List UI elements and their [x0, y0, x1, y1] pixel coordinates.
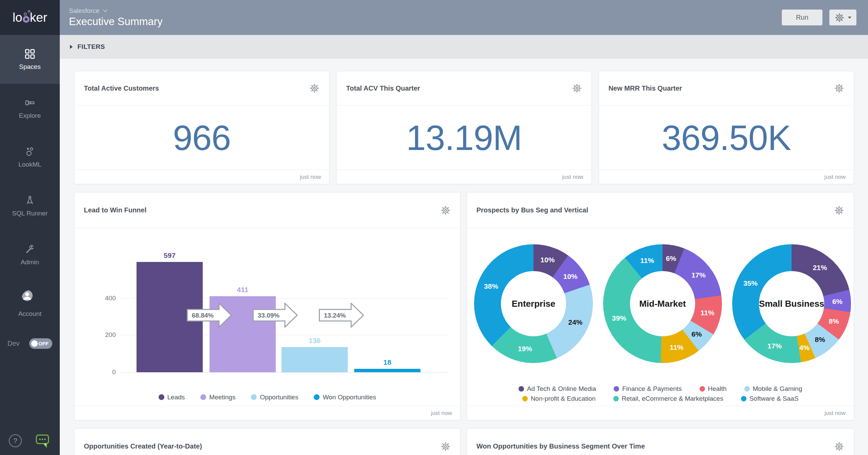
conversion-arrow: 33.09%: [253, 303, 298, 328]
bar-value-label: 136: [309, 337, 321, 345]
bar-value-label: 18: [383, 358, 391, 366]
legend-dot: [251, 394, 257, 400]
gear-icon[interactable]: [834, 441, 844, 452]
funnel-legend-item[interactable]: Leads: [159, 394, 185, 401]
legend-label: Leads: [167, 394, 185, 401]
filters-label: FILTERS: [77, 43, 105, 51]
gear-icon[interactable]: [309, 83, 320, 93]
legend-label: Non-profit & Education: [531, 395, 596, 402]
sidebar-item-explore[interactable]: Explore: [0, 84, 60, 133]
opportunities-created-panel: Opportunities Created (Year-to-Date): [74, 428, 460, 455]
y-axis-tick: 0: [74, 368, 116, 376]
bar-value-label: 597: [164, 251, 176, 260]
help-icon[interactable]: ?: [9, 434, 22, 447]
molecule-icon: [24, 146, 35, 157]
legend-dot: [159, 394, 164, 400]
legend-label: Opportunities: [260, 394, 298, 401]
kpi-total-acv: Total ACV This Quarter 13.19M just now: [336, 71, 592, 184]
legend-label: Health: [708, 385, 727, 393]
kpi-title: Total ACV This Quarter: [346, 84, 420, 92]
sidebar-item-admin[interactable]: Admin: [0, 230, 60, 279]
donut-small-business: Small Business 21%6%8%8%4%17%35%: [732, 244, 851, 363]
legend-dot: [744, 386, 750, 392]
legend-dot: [700, 386, 705, 392]
sidebar-item-label: Admin: [21, 259, 39, 266]
funnel-legend-item[interactable]: Won Opportunities: [314, 394, 376, 401]
prospects-legend-item[interactable]: Mobile & Gaming: [744, 385, 802, 393]
updated-timestamp: just now: [825, 410, 846, 417]
looker-logo[interactable]: loker: [0, 0, 60, 35]
topbar: Salesforce Executive Summary Run: [60, 0, 868, 35]
sidebar-item-spaces[interactable]: Spaces: [0, 35, 60, 84]
kpi-title: New MRR This Quarter: [609, 84, 682, 92]
breadcrumb[interactable]: Salesforce: [69, 7, 163, 15]
gear-icon[interactable]: [834, 83, 844, 93]
kpi-value: 369.50K: [662, 118, 791, 158]
prospects-legend-item[interactable]: Software & SaaS: [741, 395, 799, 402]
legend-label: Won Opportunities: [323, 394, 376, 401]
prospects-legend-item[interactable]: Health: [700, 385, 727, 393]
funnel-column-meetings: 411: [210, 286, 276, 372]
won-opportunities-panel: Won Opportunities by Business Segment Ov…: [467, 428, 854, 455]
logo-text-left: lo: [13, 11, 22, 25]
sidebar-item-account[interactable]: Account: [0, 279, 60, 328]
dev-mode-row: Dev OFF: [0, 338, 60, 349]
legend-label: Retail, eCommerce & Marketplaces: [622, 395, 723, 402]
legend-dot: [613, 396, 619, 401]
kpi-total-active-customers: Total Active Customers 966 just now: [74, 71, 329, 184]
sidebar-item-sql-runner[interactable]: SQL Runner: [0, 182, 60, 230]
conversion-arrow: 68.84%: [187, 303, 232, 328]
toggle-state: OFF: [38, 341, 49, 346]
gear-icon[interactable]: [834, 205, 844, 215]
gear-icon[interactable]: [440, 205, 451, 215]
breadcrumb-label: Salesforce: [69, 7, 100, 15]
prospects-legend: Ad Tech & Online Media Finance & Payment…: [467, 385, 854, 402]
updated-timestamp: just now: [562, 174, 583, 181]
sidebar-item-label: Account: [18, 310, 42, 318]
conversion-label: 13.24%: [324, 312, 346, 319]
prospects-legend-item[interactable]: Non-profit & Education: [522, 395, 596, 402]
legend-label: Finance & Payments: [622, 385, 682, 393]
legend-label: Mobile & Gaming: [753, 385, 802, 393]
funnel-legend-item[interactable]: Meetings: [200, 394, 235, 401]
legend-dot: [200, 394, 206, 400]
dashboard-settings-button[interactable]: [829, 10, 856, 25]
sidebar-item-lookml[interactable]: LookML: [0, 133, 60, 182]
prospects-legend-item[interactable]: Retail, eCommerce & Marketplaces: [613, 395, 723, 402]
funnel-legend-item[interactable]: Opportunities: [251, 394, 298, 401]
donut-center-label: Enterprise: [512, 299, 556, 309]
gear-icon[interactable]: [572, 83, 582, 93]
logo-text-right: ker: [30, 11, 47, 25]
funnel-chart: 400 200 0 597 411 136 18: [74, 228, 460, 387]
y-axis-tick: 200: [74, 331, 116, 339]
compass-icon: [24, 195, 35, 206]
panel-title: Opportunities Created (Year-to-Date): [84, 442, 202, 450]
bar-value-label: 411: [237, 286, 249, 294]
run-button[interactable]: Run: [782, 10, 822, 25]
prospects-legend-item[interactable]: Finance & Payments: [614, 385, 682, 393]
funnel-legend: Leads Meetings Opportunities Won Opportu…: [74, 387, 460, 407]
gear-icon: [834, 13, 845, 23]
funnel-column-won: 18: [354, 358, 420, 372]
updated-timestamp: just now: [825, 174, 846, 181]
sidebar-item-label: Spaces: [19, 63, 40, 71]
prospects-legend-item[interactable]: Ad Tech & Online Media: [519, 385, 596, 393]
wrench-icon: [24, 244, 35, 255]
panel-title: Lead to Win Funnel: [84, 206, 146, 214]
chat-icon[interactable]: [35, 434, 50, 448]
sidebar-bottom: ?: [9, 434, 50, 448]
page-title: Executive Summary: [69, 16, 163, 28]
donut-enterprise: Enterprise 10%10%24%19%38%: [474, 244, 593, 363]
legend-dot: [614, 386, 619, 392]
bar-won-opportunities[interactable]: [354, 369, 420, 372]
flashlight-icon: [24, 97, 35, 108]
dev-toggle[interactable]: OFF: [29, 338, 52, 349]
sidebar-item-label: LookML: [18, 161, 41, 168]
legend-dot: [741, 396, 746, 401]
gear-icon[interactable]: [440, 441, 451, 452]
filters-bar[interactable]: FILTERS: [60, 35, 868, 59]
bar-opportunities[interactable]: [282, 347, 348, 372]
dev-label: Dev: [7, 340, 20, 347]
kpi-value: 13.19M: [406, 118, 522, 158]
kpi-new-mrr: New MRR This Quarter 369.50K just now: [599, 71, 854, 184]
